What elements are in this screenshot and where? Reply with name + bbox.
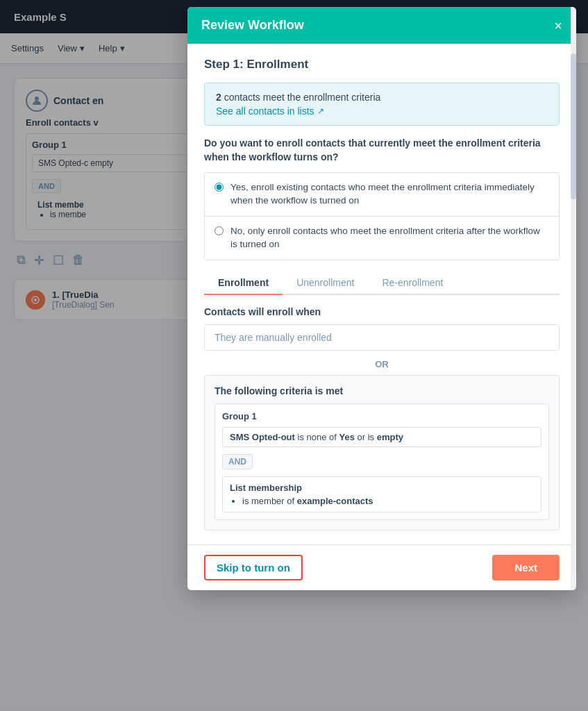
review-workflow-modal: Review Workflow × Step 1: Enrollment 2 c… [187,7,576,590]
step-heading: Step 1: Enrollment [204,58,560,72]
list-membership-title: List membership [230,483,534,493]
criteria-group-title: Group 1 [222,411,541,421]
modal-title: Review Workflow [201,18,304,33]
criteria-section-title: The following criteria is met [215,385,549,396]
see-all-contacts-link[interactable]: See all contacts in lists ↗ [216,106,548,117]
scrollbar-track[interactable] [571,7,576,590]
modal-body: Step 1: Enrollment 2 contacts meet the e… [187,44,576,544]
modal-header: Review Workflow × [187,7,576,44]
and-row: AND [222,454,253,469]
tab-reenrollment[interactable]: Re-enrollment [368,271,457,295]
scrollbar-thumb [571,53,576,199]
radio-yes-label: Yes, enroll existing contacts who meet t… [230,181,549,208]
enrollment-question: Do you want to enroll contacts that curr… [204,137,560,164]
criteria-section: The following criteria is met Group 1 SM… [204,375,560,530]
list-membership-box: List membership is member of example-con… [222,476,541,512]
list-membership-item: is member of example-contacts [242,496,534,506]
close-button[interactable]: × [554,19,562,33]
or-divider: OR [204,359,560,369]
radio-no-option[interactable]: No, only enroll contacts who meet the en… [205,217,559,260]
enrollment-count: 2 contacts meet the enrollment criteria [216,92,548,103]
enrollment-info-box: 2 contacts meet the enrollment criteria … [204,83,560,126]
skip-to-turn-on-button[interactable]: Skip to turn on [204,555,303,580]
manually-enrolled-box: They are manually enrolled [204,324,560,351]
radio-yes-option[interactable]: Yes, enroll existing contacts who meet t… [205,173,559,217]
contacts-enroll-label: Contacts will enroll when [204,306,560,317]
tab-unenrollment[interactable]: Unenrollment [283,271,368,295]
enrollment-tabs: Enrollment Unenrollment Re-enrollment [204,271,560,295]
radio-options-group: Yes, enroll existing contacts who meet t… [204,172,560,260]
next-button[interactable]: Next [492,555,560,580]
external-link-icon: ↗ [317,106,324,116]
radio-no-input[interactable] [215,226,224,235]
radio-no-label: No, only enroll contacts who meet the en… [230,225,549,251]
sms-opted-out-row: SMS Opted-out is none of Yes or is empty [222,427,541,447]
tab-enrollment[interactable]: Enrollment [204,271,283,295]
radio-yes-input[interactable] [215,183,224,192]
criteria-group-box: Group 1 SMS Opted-out is none of Yes or … [215,403,549,520]
modal-footer: Skip to turn on Next [187,544,576,590]
